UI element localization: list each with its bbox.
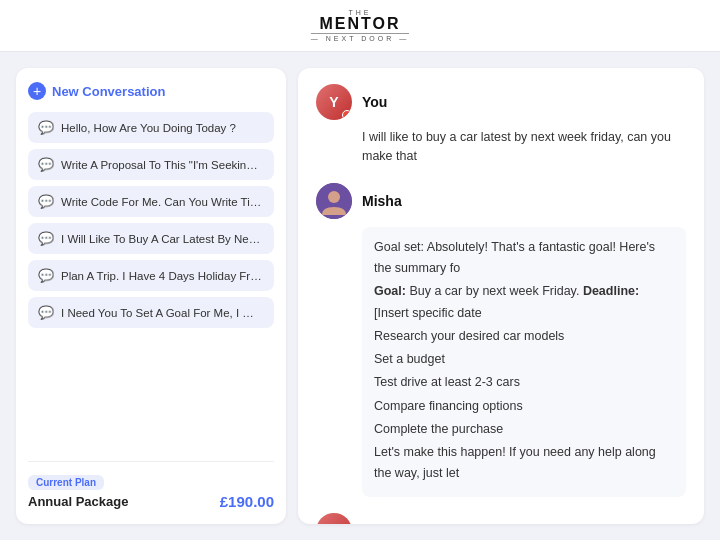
conversation-item[interactable]: 💬Write Code For Me. Can You Write Tik Ta… — [28, 186, 274, 217]
chat-area: YYouI will like to buy a car latest by n… — [298, 68, 704, 524]
new-conversation-label: New Conversation — [52, 84, 165, 99]
avatar — [316, 183, 352, 219]
response-line: Compare financing options — [374, 396, 674, 417]
response-line: Let's make this happen! If you need any … — [374, 442, 674, 485]
chat-icon: 💬 — [38, 268, 54, 283]
misha-response: Goal set: Absolutely! That's a fantastic… — [362, 227, 686, 497]
logo-mentor: MENTOR — [319, 16, 400, 32]
sender-name: You — [362, 523, 387, 525]
avatar: Y — [316, 513, 352, 525]
conversation-item-text: Plan A Trip. I Have 4 Days Holiday From … — [61, 270, 264, 282]
response-line: Research your desired car models — [374, 326, 674, 347]
chat-icon: 💬 — [38, 157, 54, 172]
sender-name: Misha — [362, 193, 402, 209]
response-line: Test drive at least 2-3 cars — [374, 372, 674, 393]
svg-point-1 — [328, 191, 340, 203]
avatar: Y — [316, 84, 352, 120]
chat-icon: 💬 — [38, 231, 54, 246]
response-line: Goal set: Absolutely! That's a fantastic… — [374, 237, 674, 280]
sidebar: + New Conversation 💬Hello, How Are You D… — [16, 68, 286, 524]
conversation-item-text: Write A Proposal To This "I'm Seeking A … — [61, 159, 264, 171]
sender-name: You — [362, 94, 387, 110]
chat-icon: 💬 — [38, 194, 54, 209]
conversation-item[interactable]: 💬Plan A Trip. I Have 4 Days Holiday From… — [28, 260, 274, 291]
conversation-list: 💬Hello, How Are You Doing Today ?💬Write … — [28, 112, 274, 451]
plan-row: Annual Package £190.00 — [28, 493, 274, 510]
response-line: Complete the purchase — [374, 419, 674, 440]
conversation-item[interactable]: 💬Hello, How Are You Doing Today ? — [28, 112, 274, 143]
chat-messages: YYouI will like to buy a car latest by n… — [298, 68, 704, 524]
plan-price: £190.00 — [220, 493, 274, 510]
conversation-item-text: Write Code For Me. Can You Write Tik Tak… — [61, 196, 264, 208]
chat-icon: 💬 — [38, 120, 54, 135]
plus-icon: + — [28, 82, 46, 100]
conversation-item-text: I Will Like To Buy A Car Latest By Next … — [61, 233, 264, 245]
topbar: THE MENTOR — NEXT DOOR — — [0, 0, 720, 52]
logo: THE MENTOR — NEXT DOOR — — [311, 9, 409, 42]
message-block: YYouI will like to buy a car latest by n… — [316, 84, 686, 167]
message-header: Misha — [316, 183, 686, 219]
response-line: Set a budget — [374, 349, 674, 370]
message-block: MishaGoal set: Absolutely! That's a fant… — [316, 183, 686, 497]
conversation-item[interactable]: 💬I Will Like To Buy A Car Latest By Next… — [28, 223, 274, 254]
message-header: YYou — [316, 84, 686, 120]
conversation-item-text: I Need You To Set A Goal For Me, I Want … — [61, 307, 264, 319]
message-header: YYou — [316, 513, 686, 525]
chat-icon: 💬 — [38, 305, 54, 320]
sidebar-footer: Current Plan Annual Package £190.00 — [28, 461, 274, 510]
message-text: I will like to buy a car latest by next … — [316, 128, 686, 167]
conversation-item[interactable]: 💬I Need You To Set A Goal For Me, I Want… — [28, 297, 274, 328]
plan-name: Annual Package — [28, 494, 128, 509]
conversation-item-text: Hello, How Are You Doing Today ? — [61, 122, 236, 134]
plan-badge: Current Plan — [28, 475, 104, 490]
conversation-item[interactable]: 💬Write A Proposal To This "I'm Seeking A… — [28, 149, 274, 180]
logo-next-door: — NEXT DOOR — — [311, 33, 409, 42]
main-layout: + New Conversation 💬Hello, How Are You D… — [0, 52, 720, 540]
response-line: Goal: Buy a car by next week Friday. Dea… — [374, 281, 674, 324]
new-conversation-button[interactable]: + New Conversation — [28, 82, 274, 100]
message-block: YYouWhat is the date for next week frida… — [316, 513, 686, 525]
